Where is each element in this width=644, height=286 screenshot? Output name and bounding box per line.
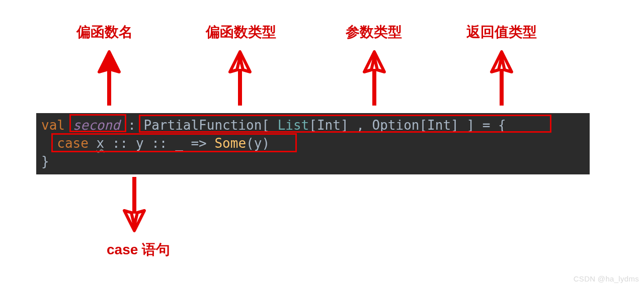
arrow-up-icon	[359, 48, 389, 108]
watermark: CSDN @ha_lydms	[574, 274, 639, 283]
arrow-up-icon	[94, 48, 124, 108]
highlight-box-case	[51, 133, 297, 152]
label-partial-fn-type: 偏函数类型	[206, 23, 276, 42]
diagram-canvas: 偏函数名 偏函数类型 参数类型 返回值类型 val second : Parti…	[36, 8, 630, 279]
label-partial-fn-name: 偏函数名	[76, 23, 133, 42]
arrow-up-icon	[487, 48, 517, 108]
keyword-val: val	[41, 118, 65, 133]
label-param-type: 参数类型	[346, 23, 402, 42]
label-return-type: 返回值类型	[466, 23, 537, 42]
highlight-box-type	[139, 115, 551, 133]
highlight-box-name	[69, 114, 126, 132]
code-line-3: }	[41, 152, 585, 170]
arrow-down-icon	[119, 174, 149, 235]
arrow-up-icon	[225, 48, 255, 108]
label-case-stmt: case 语句	[107, 240, 170, 259]
